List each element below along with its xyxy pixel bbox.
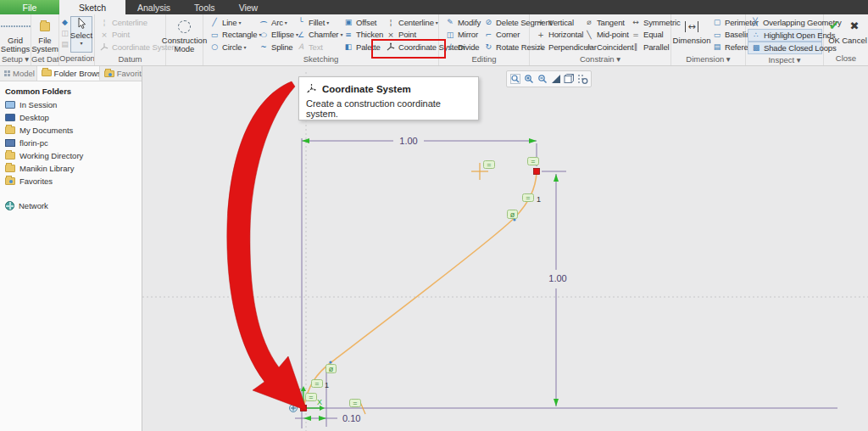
zoom-in-icon <box>524 74 534 84</box>
setup-group-label[interactable]: Setup ▾ <box>0 53 31 65</box>
zoom-in-button[interactable] <box>522 73 535 86</box>
sidebar-item-desktop[interactable]: Desktop <box>0 111 142 124</box>
fillet-button[interactable]: ╰Fillet▾ <box>293 16 341 29</box>
zoom-out-icon <box>537 74 548 84</box>
tab-analysis[interactable]: Analysis <box>125 0 182 14</box>
thicken-button[interactable]: ≡Thicken <box>341 29 383 42</box>
chamfer-button[interactable]: ∠Chamfer▾ <box>293 29 341 42</box>
mid-point-button[interactable]: ╲Mid-point <box>581 29 628 42</box>
coincident-icon: -∘- <box>584 42 594 51</box>
equal-button[interactable]: =Equal <box>628 29 675 42</box>
text-icon: A <box>296 42 306 51</box>
group-inspect: ╳Overlapping Geometry ∴Highlight Open En… <box>746 14 824 65</box>
divide-button[interactable]: ∕Divide <box>442 41 481 53</box>
saved-views-button[interactable] <box>563 73 576 86</box>
group-close: ✔ OK ✖ Cancel Close <box>824 14 868 65</box>
copy-icon[interactable]: ◫ <box>61 27 69 38</box>
sidebar-item-working-directory[interactable]: Working Directory <box>0 149 142 162</box>
mirror-label: Mirror <box>458 30 478 39</box>
folder-browser-tab-label: Folder Browser <box>54 69 100 78</box>
text-label: Text <box>309 42 323 52</box>
sidebar-item-manikin-library[interactable]: Manikin Library <box>0 162 142 175</box>
model-tree-tab-label: Model T <box>13 69 37 78</box>
construction-mode-button[interactable]: Construction Mode <box>168 16 201 53</box>
parallel-label: Parallel <box>643 42 669 52</box>
tab-tools[interactable]: Tools <box>182 0 227 14</box>
zoom-out-button[interactable] <box>536 73 548 86</box>
sidebar-item-my-documents[interactable]: My Documents <box>0 124 142 137</box>
sketch-canvas[interactable] <box>142 66 868 431</box>
perpendicular-button[interactable]: ⊥Perpendicular <box>533 41 581 53</box>
dimension-button[interactable]: ↔ Dimension <box>674 16 709 53</box>
tab-favorites[interactable]: Favorite <box>100 66 142 81</box>
coincident-button[interactable]: -∘-Coincident <box>581 41 628 53</box>
palette-label: Palette <box>356 42 381 52</box>
rectangle-button[interactable]: ▭Rectangle▾ <box>207 29 256 42</box>
sidebar-item-network[interactable]: Network <box>0 199 142 212</box>
reference-button[interactable]: ▤Reference <box>709 41 748 53</box>
perimeter-button[interactable]: ▢Perimeter <box>709 16 748 29</box>
overlapping-geometry-icon: ╳ <box>750 18 760 26</box>
spline-button[interactable]: ~Spline <box>256 41 293 53</box>
ellipse-button[interactable]: ○Ellipse▾ <box>256 29 293 42</box>
delete-segment-button[interactable]: ⊘Delete Segment <box>481 16 532 29</box>
line-button[interactable]: ╱Line▾ <box>207 16 256 29</box>
thicken-icon: ≡ <box>343 31 353 39</box>
parallel-button[interactable]: ∥Parallel <box>628 41 675 53</box>
shade-closed-loops-icon: ▩ <box>751 43 761 52</box>
repaint-button[interactable] <box>549 73 562 86</box>
one-by-one-icon[interactable]: ◆ <box>61 16 69 27</box>
dimension-group-label[interactable]: Dimension ▾ <box>671 53 745 66</box>
horizontal-label: Horizontal <box>548 30 583 39</box>
cancel-button[interactable]: ✖ Cancel <box>843 16 866 53</box>
tangent-button[interactable]: ⌀Tangent <box>581 16 628 29</box>
line-label: Line <box>222 18 236 27</box>
inspect-group-label[interactable]: Inspect ▾ <box>746 54 823 66</box>
symmetric-button[interactable]: ↔Symmetric <box>628 16 675 29</box>
sketch-coordinate-system-button[interactable]: Coordinate System <box>383 41 442 53</box>
ellipse-icon: ○ <box>259 31 269 38</box>
grid-settings-button[interactable]: Grid Settings <box>2 16 29 53</box>
desktop-icon <box>5 114 15 121</box>
vertical-button[interactable]: +Vertical <box>533 16 581 29</box>
palette-button[interactable]: ◧Palette <box>341 41 383 53</box>
sidebar-item-florin-pc[interactable]: florin-pc <box>0 137 142 149</box>
horizontal-button[interactable]: +Horizontal <box>533 29 581 42</box>
magnifier-icon <box>510 74 520 84</box>
mirror-button[interactable]: ◫Mirror <box>442 29 481 42</box>
paste-icon[interactable]: ▤ <box>61 38 69 49</box>
sketcher-display-button[interactable] <box>576 73 589 86</box>
tab-view[interactable]: View <box>227 0 270 14</box>
text-button[interactable]: AText <box>293 41 341 53</box>
highlight-open-ends-icon: ∴ <box>751 31 761 39</box>
rotate-resize-button[interactable]: ↻Rotate Resize <box>481 41 532 53</box>
tab-file[interactable]: File <box>0 0 59 14</box>
arc-button[interactable]: (Arc▾ <box>256 16 293 29</box>
overlapping-geometry-button[interactable]: ╳Overlapping Geometry <box>748 16 822 29</box>
circle-button[interactable]: ○Circle▾ <box>207 41 256 53</box>
group-setup: Grid Settings Setup ▾ <box>0 14 31 65</box>
tab-model-tree[interactable]: Model T <box>0 66 37 81</box>
select-button[interactable]: Select ▾ <box>70 16 92 53</box>
offset-button[interactable]: ▣Offset <box>341 16 383 29</box>
ok-button[interactable]: ✔ OK <box>826 16 843 53</box>
shade-closed-loops-button[interactable]: ▩Shade Closed Loops <box>748 42 822 54</box>
modify-button[interactable]: ✎Modify <box>442 16 481 29</box>
sidebar-item-favorites[interactable]: Favorites <box>0 175 142 188</box>
chevron-down-icon: ▾ <box>285 20 287 25</box>
baseline-button[interactable]: ▭Baseline <box>709 29 748 42</box>
operations-group-label[interactable]: Operations ▾ <box>59 53 94 65</box>
sketch-centerline-button[interactable]: ¦Centerline▾ <box>383 16 442 29</box>
file-system-label: File System <box>31 36 58 53</box>
constrain-group-label[interactable]: Constrain ▾ <box>530 53 670 66</box>
zoom-window-button[interactable] <box>509 73 521 86</box>
highlight-open-ends-button[interactable]: ∴Highlight Open Ends <box>748 29 822 42</box>
corner-button[interactable]: ⌐Corner <box>481 29 532 42</box>
tab-folder-browser[interactable]: Folder Browser <box>37 66 100 81</box>
sketch-point-button[interactable]: ×Point <box>383 29 442 42</box>
sidebar-item-in-session[interactable]: In Session <box>0 98 142 111</box>
tab-sketch[interactable]: Sketch <box>59 0 125 14</box>
chevron-down-icon: ▾ <box>80 40 82 46</box>
favorites-tab-label: Favorite <box>117 69 142 78</box>
file-system-button[interactable]: File System <box>33 16 57 53</box>
